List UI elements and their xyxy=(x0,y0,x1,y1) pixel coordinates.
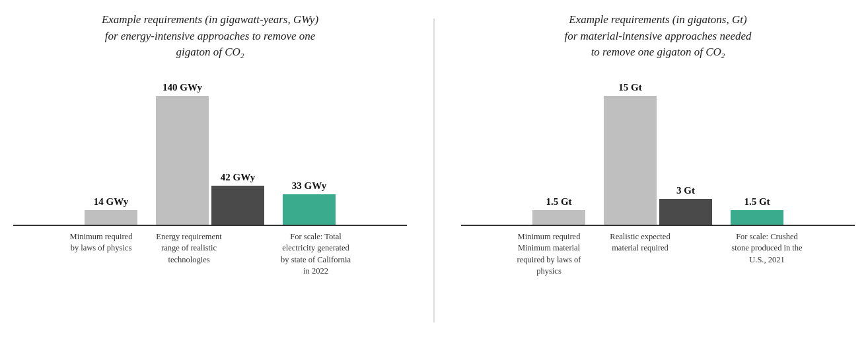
left-bar-value-3: 42 GWy xyxy=(221,172,255,183)
right-label-1: Minimum required Minimum material requir… xyxy=(513,231,585,278)
left-chart-area: 14 GWy 140 GWy 42 GWy 33 GWy xyxy=(13,74,407,226)
left-bar-value-1: 14 GWy xyxy=(94,196,128,208)
left-title-sub: 2 xyxy=(240,52,244,60)
left-bar-group-23: 140 GWy 42 GWy xyxy=(156,82,264,225)
left-label-4: For scale: Total electricity generated b… xyxy=(279,231,352,278)
left-bar-fill-4 xyxy=(283,194,336,225)
left-title-line1: Example requirements (in gigawatt-years,… xyxy=(102,13,318,26)
left-chart-title: Example requirements (in gigawatt-years,… xyxy=(102,12,318,62)
left-label-1: Minimum required by laws of physics xyxy=(68,231,134,254)
right-title-line1: Example requirements (in gigatons, Gt) xyxy=(569,13,746,26)
right-label-3: Realistic expected material required xyxy=(604,231,676,254)
left-chart-section: Example requirements (in gigawatt-years,… xyxy=(13,12,407,334)
right-bar-value-2: 15 Gt xyxy=(618,82,641,93)
right-bar-group-2: 15 Gt xyxy=(604,82,657,225)
right-bar-group-1: 1.5 Gt xyxy=(532,196,585,225)
right-chart-section: Example requirements (in gigatons, Gt) f… xyxy=(461,12,855,334)
left-title-line2: for energy-intensive approaches to remov… xyxy=(105,30,316,42)
right-bar-fill-1 xyxy=(532,210,585,225)
right-title-sub: 2 xyxy=(721,52,725,60)
left-bar-fill-3 xyxy=(211,186,264,225)
right-chart-area: 1.5 Gt 15 Gt 3 Gt 1.5 Gt xyxy=(461,74,855,226)
left-bar-group-2: 140 GWy xyxy=(156,82,209,225)
left-bar-fill-2 xyxy=(156,96,209,225)
right-title-line3: to remove one gigaton of CO xyxy=(591,46,721,58)
left-bar-fill-1 xyxy=(85,210,137,225)
right-bar-group-3: 3 Gt xyxy=(659,185,712,225)
left-bar-group-1: 14 GWy xyxy=(85,196,137,225)
left-bar-value-4: 33 GWy xyxy=(292,180,326,192)
left-bar-group-3: 42 GWy xyxy=(211,172,264,225)
right-bar-fill-2 xyxy=(604,96,657,225)
right-bar-value-3: 3 Gt xyxy=(676,185,695,196)
right-title-line2: for material-intensive approaches needed xyxy=(564,30,751,42)
left-bar-value-2: 140 GWy xyxy=(163,82,202,93)
right-bar-group-23: 15 Gt 3 Gt xyxy=(604,82,712,225)
left-label-23-container: Energy requirement range of realistic te… xyxy=(153,226,261,266)
left-bar-group-4: 33 GWy xyxy=(283,180,336,225)
right-bar-fill-3 xyxy=(659,199,712,225)
right-label-23-container: Realistic expected material required xyxy=(604,226,712,254)
left-title-line3: gigaton of CO xyxy=(176,46,240,58)
chart-divider xyxy=(433,19,435,322)
right-label-4: For scale: Crushed stone produced in the… xyxy=(731,231,803,266)
right-bar-fill-4 xyxy=(731,210,783,225)
right-bar-group-4: 1.5 Gt xyxy=(731,196,783,225)
page-container: Example requirements (in gigawatt-years,… xyxy=(0,0,868,341)
right-bar-value-1: 1.5 Gt xyxy=(546,196,571,208)
left-label-2: Energy requirement range of realistic te… xyxy=(153,231,225,266)
left-labels-row: Minimum required by laws of physics Ener… xyxy=(13,226,407,278)
right-chart-title: Example requirements (in gigatons, Gt) f… xyxy=(564,12,751,62)
right-bar-value-4: 1.5 Gt xyxy=(744,196,770,208)
right-labels-row: Minimum required Minimum material requir… xyxy=(461,226,855,278)
